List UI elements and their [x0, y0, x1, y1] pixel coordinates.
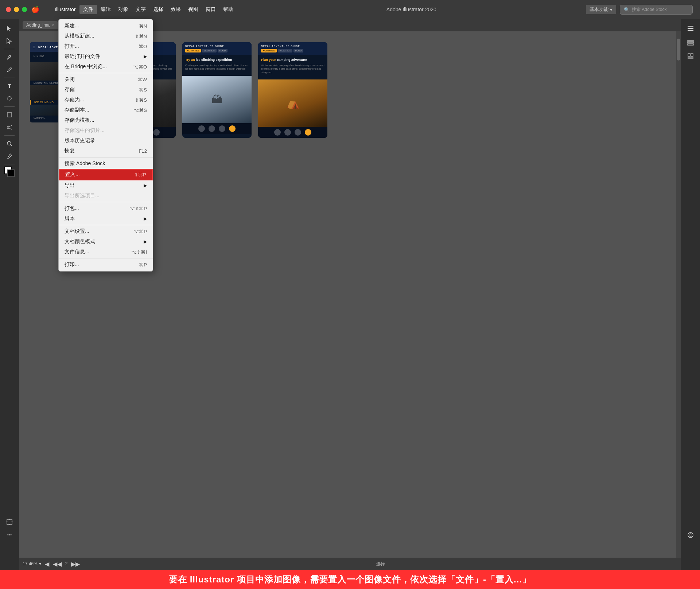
menu-recent[interactable]: 最近打开的文件 ▶: [59, 51, 153, 62]
svg-point-5: [7, 126, 9, 127]
vertical-scrollbar[interactable]: [676, 31, 681, 570]
menu-help[interactable]: 帮助: [219, 5, 237, 14]
card3-tab-activities: ACTIVITIES: [261, 49, 277, 52]
selection-tool[interactable]: [4, 23, 15, 34]
right-bottom-icon[interactable]: [685, 529, 696, 541]
menu-edit[interactable]: 编辑: [97, 5, 114, 14]
svg-point-2: [10, 56, 11, 58]
type-tool[interactable]: T: [4, 80, 15, 92]
card-logo: NEPAL ADVE...: [38, 46, 61, 48]
menu-doc-setup[interactable]: 文档设置... ⌥⌘P: [59, 226, 153, 237]
adjustments-icon[interactable]: [685, 529, 696, 541]
minimize-button[interactable]: [14, 7, 19, 12]
bottom-tools: •••: [4, 516, 15, 541]
svg-rect-24: [688, 57, 693, 59]
card3-body: Winter mountain camping offers breath-ta…: [261, 64, 324, 74]
tool-separator-3: [4, 106, 15, 107]
menu-open[interactable]: 打开... ⌘O: [59, 41, 153, 51]
svg-rect-17: [688, 28, 693, 29]
menu-object[interactable]: 对象: [114, 5, 132, 14]
menu-new-from-template[interactable]: 从模板新建... ⇧⌘N: [59, 31, 153, 41]
menu-place[interactable]: 置入... ⇧⌘P: [59, 169, 153, 180]
rotate-tool[interactable]: [4, 93, 15, 104]
menu-print[interactable]: 打印... ⌘P: [59, 260, 153, 270]
direct-selection-tool[interactable]: [4, 35, 15, 47]
stock-search-box[interactable]: 🔍 搜索 Adobe Stock: [620, 5, 693, 15]
card2-body: Challenge yourself by climbing a vertica…: [185, 64, 249, 71]
layers-panel-button[interactable]: [685, 36, 696, 48]
menu-file[interactable]: 文件: [79, 5, 97, 14]
zoom-dropdown-icon[interactable]: ▾: [39, 561, 41, 566]
zoom-value: 17.46%: [23, 561, 38, 566]
card3-footer: [258, 127, 327, 138]
card2-header: NEPAL ADVENTURE GUIDE ACTIVITIES WEATHER…: [182, 42, 252, 55]
menu-scripts[interactable]: 脚本 ▶: [59, 214, 153, 224]
card3-tab-weather: WEATHER: [278, 49, 292, 52]
zoom-control[interactable]: 17.46% ▾: [23, 561, 41, 566]
status-bar: 要在 Illustrator 项目中添加图像，需要置入一个图像文件，依次选择「文…: [0, 570, 700, 589]
properties-panel-button[interactable]: [685, 23, 696, 34]
card-camping: NEPAL ADVENTURE GUIDE ACTIVITIES WEATHER…: [258, 42, 327, 138]
artboard-tool[interactable]: [4, 516, 15, 528]
menu-close[interactable]: 关闭 ⌘W: [59, 74, 153, 85]
menu-export[interactable]: 导出 ▶: [59, 180, 153, 191]
scissors-tool[interactable]: [4, 121, 15, 133]
menu-select[interactable]: 选择: [149, 5, 167, 14]
svg-point-26: [689, 534, 692, 537]
card2-tab-activities: ACTIVITIES: [185, 49, 201, 52]
menu-save[interactable]: 存储 ⌘S: [59, 85, 153, 95]
more-tools[interactable]: •••: [4, 529, 15, 541]
menu-version-history[interactable]: 版本历史记录: [59, 136, 153, 146]
menu-package[interactable]: 打包... ⌥⇧⌘P: [59, 203, 153, 214]
menu-color-mode[interactable]: 文档颜色模式 ▶: [59, 237, 153, 247]
page-nav-prev2[interactable]: ◀◀: [53, 561, 62, 567]
tool-separator: [4, 49, 15, 49]
menu-illustrator[interactable]: Illustrator: [51, 5, 79, 14]
svg-marker-3: [7, 98, 9, 100]
close-button[interactable]: [6, 7, 11, 12]
card2-footer-icon4: [229, 125, 236, 132]
zoom-tool[interactable]: [4, 138, 15, 149]
brush-tool[interactable]: [4, 64, 15, 75]
menu-save-as[interactable]: 存储为... ⇧⌘S: [59, 95, 153, 105]
menu-file-info[interactable]: 文件信息... ⌥⇧⌘I: [59, 247, 153, 257]
card2-tab-weather: WEATHER: [202, 49, 217, 52]
svg-marker-1: [7, 38, 11, 44]
card2-footer-icon3: [219, 125, 225, 132]
page-number: 2: [65, 561, 68, 566]
libraries-panel-button[interactable]: [685, 50, 696, 62]
menu-view[interactable]: 视图: [184, 5, 202, 14]
menu-export-selected: 导出所选项目...: [59, 191, 153, 201]
fullscreen-button[interactable]: [22, 7, 27, 12]
menu-bridge[interactable]: 在 Bridge 中浏览... ⌥⌘O: [59, 62, 153, 72]
card2-headline: Try an ice climbing expedition: [185, 58, 249, 62]
page-nav-next[interactable]: ▶▶: [71, 561, 80, 567]
menu-new[interactable]: 新建... ⌘N: [59, 21, 153, 31]
svg-point-6: [7, 128, 9, 129]
shape-tool[interactable]: [4, 109, 15, 121]
menu-save-copy[interactable]: 存储副本... ⌥⌘S: [59, 105, 153, 115]
eyedropper-tool[interactable]: [4, 150, 15, 162]
card2-tabs: ACTIVITIES WEATHER FOOD: [185, 49, 249, 52]
canvas-bottom-bar: 17.46% ▾ ◀ ◀◀ 2 ▶▶ 选择: [19, 558, 681, 570]
menu-save-template[interactable]: 存储为模板...: [59, 115, 153, 125]
document-tab[interactable]: Adding_Ima ×: [23, 21, 58, 29]
window-controls[interactable]: [0, 7, 27, 12]
menu-search-stock[interactable]: 搜索 Adobe Stock: [59, 159, 153, 169]
menu-type[interactable]: 文字: [132, 5, 149, 14]
color-swatches[interactable]: [4, 167, 15, 177]
menu-sep-2: [59, 157, 153, 157]
scrollbar-thumb[interactable]: [677, 39, 680, 61]
status-text: 要在 Illustrator 项目中添加图像，需要置入一个图像文件，依次选择「文…: [169, 574, 531, 585]
svg-line-8: [9, 128, 12, 129]
card2-title: NEPAL ADVENTURE GUIDE: [185, 45, 249, 47]
menu-effect[interactable]: 效果: [167, 5, 184, 14]
tab-close-button[interactable]: ×: [52, 23, 54, 27]
menu-window[interactable]: 窗口: [202, 5, 219, 14]
workspace-button[interactable]: 基本功能 ▾: [586, 5, 616, 14]
page-nav-prev[interactable]: ◀: [45, 561, 49, 567]
card3-footer-icon2: [284, 129, 291, 136]
menu-revert[interactable]: 恢复 F12: [59, 146, 153, 156]
pen-tool[interactable]: [4, 51, 15, 63]
menu-sep-4: [59, 225, 153, 225]
